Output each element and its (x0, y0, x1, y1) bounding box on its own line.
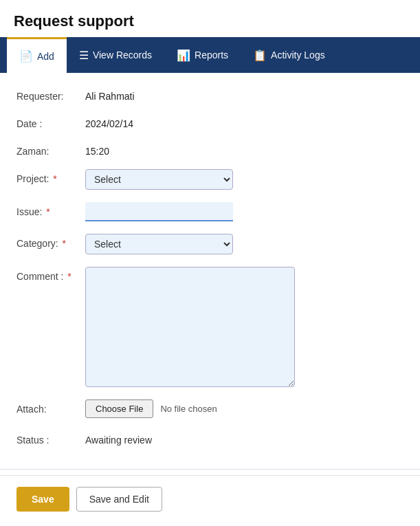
requester-label: Requester: (16, 87, 85, 102)
status-row: Status : Awaiting review (16, 430, 404, 446)
form-area: Requester: Ali Rahmati Date : 2024/02/14… (0, 73, 420, 469)
no-file-label: No file chosen (160, 404, 217, 414)
nav-item-reports[interactable]: 📊 Reports (164, 37, 241, 73)
nav-item-view-records[interactable]: ☰ View Records (67, 37, 164, 73)
nav-item-activity-logs[interactable]: 📋 Activity Logs (241, 37, 338, 73)
nav-item-add[interactable]: 📄 Add (7, 37, 67, 73)
project-row: Project: * Select (16, 169, 404, 190)
category-required: * (60, 238, 66, 249)
date-value: 2024/02/14 (85, 114, 133, 129)
project-label: Project: * (16, 169, 85, 184)
choose-file-button[interactable]: Choose File (85, 399, 153, 418)
issue-required: * (43, 206, 49, 217)
reports-icon: 📊 (177, 49, 190, 62)
nav-bar: 📄 Add ☰ View Records 📊 Reports 📋 Activit… (0, 37, 420, 73)
date-label: Date : (16, 114, 85, 129)
issue-label: Issue: * (16, 202, 85, 217)
issue-input[interactable] (85, 202, 233, 221)
zaman-row: Zaman: 15:20 (16, 142, 404, 157)
comment-label: Comment : * (16, 267, 85, 282)
page-title: Request support (0, 0, 420, 37)
save-and-edit-button[interactable]: Save and Edit (76, 487, 162, 512)
status-label: Status : (16, 430, 85, 446)
activity-logs-icon: 📋 (253, 49, 267, 62)
comment-row: Comment : * (16, 267, 404, 387)
project-required: * (50, 173, 56, 184)
save-button[interactable]: Save (16, 487, 69, 512)
footer-buttons: Save Save and Edit (0, 475, 420, 523)
project-select[interactable]: Select (85, 169, 233, 190)
zaman-value: 15:20 (85, 142, 109, 157)
nav-label-reports: Reports (195, 50, 228, 61)
nav-label-view-records: View Records (93, 50, 152, 61)
attach-label: Attach: (16, 399, 85, 415)
date-row: Date : 2024/02/14 (16, 114, 404, 129)
nav-label-activity-logs: Activity Logs (271, 50, 325, 61)
nav-label-add: Add (37, 51, 54, 62)
requester-row: Requester: Ali Rahmati (16, 87, 404, 102)
zaman-label: Zaman: (16, 142, 85, 157)
category-select[interactable]: Select (85, 234, 233, 254)
status-value: Awaiting review (85, 430, 152, 446)
requester-value: Ali Rahmati (85, 87, 135, 102)
view-records-icon: ☰ (79, 49, 89, 62)
add-icon: 📄 (19, 50, 33, 63)
footer-divider (0, 469, 420, 470)
comment-textarea[interactable] (85, 267, 295, 387)
category-row: Category: * Select (16, 234, 404, 254)
category-label: Category: * (16, 234, 85, 249)
issue-row: Issue: * (16, 202, 404, 221)
attach-controls: Choose File No file chosen (85, 399, 217, 418)
attach-row: Attach: Choose File No file chosen (16, 399, 404, 418)
comment-required: * (65, 271, 71, 282)
